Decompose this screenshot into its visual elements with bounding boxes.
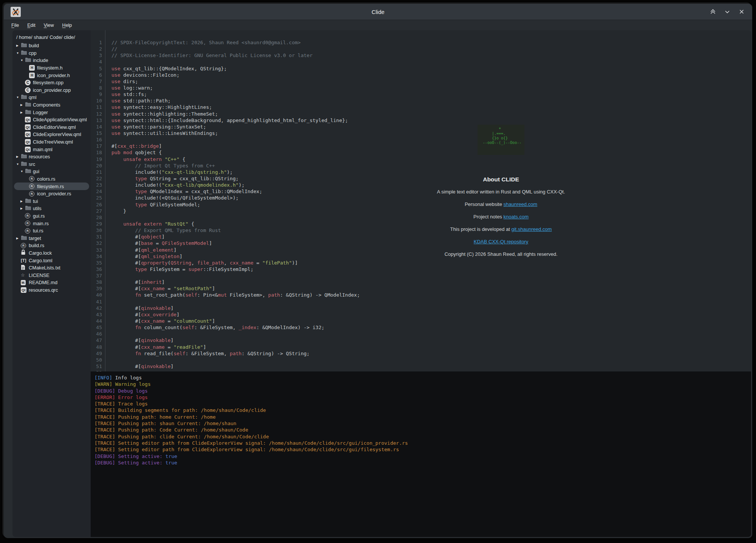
expand-arrow-icon[interactable]: ▶ (16, 155, 21, 158)
code-line[interactable]: 44 #[cxx_name = "columnCount"] (91, 318, 751, 324)
tree-item-gui[interactable]: ▼gui (14, 168, 89, 175)
code-line[interactable]: 47 #[qinvokable] (91, 337, 751, 343)
collapse-arrow-icon[interactable]: ▼ (16, 162, 21, 166)
tree-item-tui-rs[interactable]: Rtui.rs (14, 227, 89, 235)
tree-item-label: filesystem.cpp (33, 80, 63, 85)
expand-arrow-icon[interactable]: ▶ (20, 103, 25, 107)
expand-arrow-icon[interactable]: ▶ (20, 200, 25, 203)
tree-item-clideeditorview-qml[interactable]: QtClideEditorView.qml (14, 124, 89, 131)
tree-item-cmakelists-txt[interactable]: CMakeLists.txt (14, 264, 89, 272)
tree-item-filesystem-h[interactable]: Hfilesystem.h (14, 64, 89, 72)
tree-item-icon-provider-rs[interactable]: Ricon_provider.rs (14, 190, 89, 198)
git-repo-link[interactable]: git.shaunreed.com (511, 226, 552, 232)
code-line[interactable]: 5use cxx_qt_lib::{QModelIndex, QString}; (91, 65, 751, 72)
code-line[interactable]: 1// SPDX-FileCopyrightText: 2026, Shaun … (91, 39, 751, 46)
code-line[interactable]: 37 (91, 272, 751, 279)
tree-item-resources-qrc[interactable]: Qtresources.qrc (14, 286, 89, 294)
tree-item-include[interactable]: ▼include (14, 57, 89, 64)
menu-item-view[interactable]: View (44, 23, 54, 28)
code-line[interactable]: 40 fn set_root_path(self: Pin<&mut FileS… (91, 292, 751, 298)
tree-item-clideexplorerview-qml[interactable]: QtClideExplorerView.qml (14, 131, 89, 138)
menu-item-help[interactable]: Help (62, 23, 72, 28)
titlebar[interactable]: Clide (4, 4, 752, 20)
tree-item-clidetreeview-qml[interactable]: QtClideTreeView.qml (14, 138, 89, 146)
log-output-panel[interactable]: [INFO] Info logs[WARN] Warning logs[DEBU… (91, 371, 751, 537)
tree-item-qml[interactable]: ▼qml (14, 94, 89, 101)
tree-item-license[interactable]: ☆LICENSE (14, 271, 89, 279)
code-line[interactable]: 8use log::warn; (91, 85, 751, 91)
code-line[interactable]: 39 #[cxx_name = "setRootPath"] (91, 285, 751, 292)
maximize-button[interactable] (708, 7, 717, 16)
collapse-arrow-icon[interactable]: ▼ (20, 59, 25, 62)
minimize-button[interactable] (723, 7, 732, 16)
tree-item-components[interactable]: ▶Components (14, 101, 89, 109)
code-line[interactable]: 45 fn column_count(self: &FileSystem, _i… (91, 324, 751, 331)
expand-arrow-icon[interactable]: ▶ (16, 44, 21, 47)
code-line[interactable]: 49 fn read_file(self: &FileSystem, path:… (91, 350, 751, 357)
tree-item-cargo-toml[interactable]: [T]Cargo.toml (14, 257, 89, 264)
tree-item-filesystem-rs[interactable]: Rfilesystem.rs (14, 183, 89, 190)
code-line[interactable]: 48 #[cxx_name = "readFile"] (91, 344, 751, 350)
tree-item-colors-rs[interactable]: Rcolors.rs (14, 175, 89, 183)
code-line[interactable]: 7use dirs; (91, 78, 751, 85)
code-line[interactable]: 12use syntect::highlighting::ThemeSet; (91, 111, 751, 117)
code-line[interactable]: 6use devicons::FileIcon; (91, 72, 751, 78)
tree-item-filesystem-cpp[interactable]: Cfilesystem.cpp (14, 79, 89, 87)
code-line[interactable]: 35 #[qproperty(QString, file_path, cxx_n… (91, 260, 751, 266)
collapse-arrow-icon[interactable]: ▼ (16, 51, 21, 55)
code-line[interactable]: 42 #[qinvokable] (91, 305, 751, 311)
tree-item-icon-provider-h[interactable]: Hicon_provider.h (14, 71, 89, 79)
code-line[interactable]: 41 (91, 299, 751, 305)
tree-item-build-rs[interactable]: Rbuild.rs (14, 242, 89, 249)
collapse-arrow-icon[interactable]: ▼ (16, 96, 21, 99)
tree-item-target[interactable]: ▶target (14, 234, 89, 242)
rust-file-icon: R (25, 213, 30, 218)
line-number: 13 (91, 117, 102, 124)
code-line[interactable]: 2// (91, 46, 751, 52)
menu-item-file[interactable]: File (11, 23, 19, 28)
tree-item-main-qml[interactable]: Qtmain.qml (14, 145, 89, 153)
code-line[interactable]: 38 #[inherit] (91, 279, 751, 285)
code-line[interactable]: 51 #[qinvokable] (91, 363, 751, 370)
tree-item-main-rs[interactable]: Rmain.rs (14, 220, 89, 227)
code-line[interactable]: 9use std::fs; (91, 91, 751, 97)
close-button[interactable] (737, 7, 746, 16)
code-line[interactable]: 36 type FileSystem = super::FileSystemIm… (91, 266, 751, 272)
tree-item-icon-provider-cpp[interactable]: Cicon_provider.cpp (14, 87, 89, 94)
tree-item-tui[interactable]: ▶tui (14, 197, 89, 205)
rust-file-icon: R (29, 184, 34, 189)
log-line: [TRACE] Trace logs (94, 401, 751, 407)
line-number: 47 (91, 337, 102, 343)
tree-item-logger[interactable]: ▶Logger (14, 108, 89, 116)
tree-item-readme-md[interactable]: M↓README.md (14, 279, 89, 286)
code-line[interactable]: 13use syntect::html::{IncludeBackground,… (91, 117, 751, 124)
code-line[interactable]: 46 (91, 331, 751, 337)
code-line[interactable]: 11use syntect::easy::HighlightLines; (91, 104, 751, 110)
code-line[interactable]: 10use std::path::Path; (91, 97, 751, 104)
file-tree-panel[interactable]: / home/ shaun/ Code/ clide/ ▶build▼cpp▼i… (12, 30, 91, 537)
qt-file-icon: Qt (21, 287, 26, 293)
code-line[interactable]: 50 (91, 357, 751, 363)
line-number: 11 (91, 104, 102, 110)
tree-item-resources[interactable]: ▶resources (14, 153, 89, 161)
code-line[interactable]: 3// SPDX-License-Identifier: GNU General… (91, 52, 751, 59)
expand-arrow-icon[interactable]: ▶ (20, 111, 25, 114)
tree-item-build[interactable]: ▶build (14, 42, 89, 50)
project-notes-link[interactable]: knoats.com (504, 214, 529, 220)
personal-website-link[interactable]: shaunreed.com (504, 201, 538, 207)
tree-item-utils[interactable]: ▶utils (14, 205, 89, 212)
expand-arrow-icon[interactable]: ▶ (16, 237, 21, 240)
code-line[interactable]: 4 (91, 59, 751, 65)
code-editor[interactable]: 1// SPDX-FileCopyrightText: 2026, Shaun … (91, 30, 751, 371)
kdab-repo-link[interactable]: KDAB CXX-Qt repository (474, 239, 529, 244)
menu-item-edit[interactable]: Edit (27, 23, 36, 28)
tree-item-clideapplicationview-qml[interactable]: QtClideApplicationView.qml (14, 116, 89, 124)
tree-item-gui-rs[interactable]: Rgui.rs (14, 212, 89, 220)
tree-item-cpp[interactable]: ▼cpp (14, 50, 89, 57)
code-line[interactable]: 43 #[cxx_override] (91, 311, 751, 318)
tree-item-cargo-lock[interactable]: Cargo.lock (14, 249, 89, 257)
collapse-arrow-icon[interactable]: ▼ (20, 170, 25, 173)
line-number: 15 (91, 130, 102, 136)
tree-item-src[interactable]: ▼src (14, 161, 89, 168)
expand-arrow-icon[interactable]: ▶ (20, 207, 25, 210)
